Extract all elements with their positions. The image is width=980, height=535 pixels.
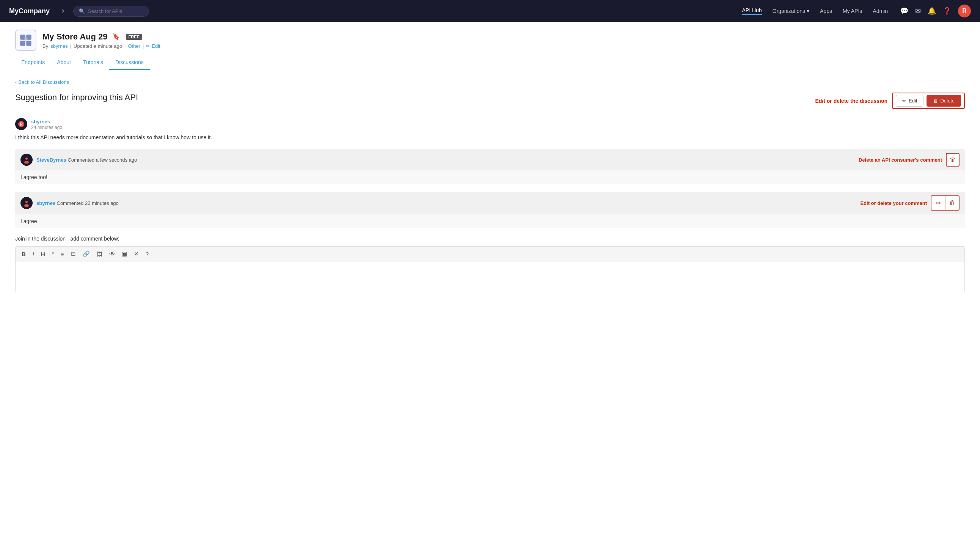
search-bar[interactable]: 🔍	[73, 6, 149, 17]
delete-reply-0-button[interactable]: 🗑	[946, 153, 959, 167]
chevron-down-icon: ▾	[807, 8, 809, 14]
editor-toolbar: B I H “ ≡ ⊟ 🔗 🖼 👁 ▣ ✕ ?	[16, 247, 964, 261]
editor-side-by-side-button[interactable]: ▣	[120, 250, 129, 258]
user-avatar[interactable]: R	[958, 5, 971, 18]
svg-point-11	[25, 201, 28, 203]
brand-logo[interactable]: MyCompany	[9, 7, 50, 15]
reply-avatar-icon-1	[23, 199, 30, 207]
join-discussion-label: Join in the discussion - add comment bel…	[15, 236, 965, 242]
editor-quote-button[interactable]: “	[51, 250, 56, 258]
avatar-icon: R	[18, 120, 25, 128]
api-header: My Store Aug 29 🔖 FREE By sbyrnes | Upda…	[0, 22, 980, 70]
chevron-left-icon: ‹	[15, 79, 17, 85]
reply-author-info-1: sbyrnes Commented 22 minutes ago	[21, 197, 119, 209]
reply-block-0: SteveByrnes Commented a few seconds ago …	[15, 149, 965, 184]
edit-icon: ✏	[902, 98, 907, 103]
api-tabs: Endpoints About Tutorials Discussions	[15, 56, 965, 70]
reply-avatar-0	[21, 154, 33, 166]
reply-author-0[interactable]: SteveByrnes	[37, 157, 66, 163]
reply-block-1: sbyrnes Commented 22 minutes ago Edit or…	[15, 192, 965, 228]
editor-bold-button[interactable]: B	[20, 250, 27, 258]
reply-body-0: I agree too!	[15, 170, 965, 184]
api-author[interactable]: sbyrnes	[51, 43, 68, 49]
nav-link-admin[interactable]: Admin	[873, 8, 888, 14]
separator2: |	[124, 43, 126, 49]
dark-mode-icon[interactable]: ☽	[59, 8, 64, 15]
edit-discussion-button[interactable]: ✏ Edit	[896, 95, 923, 107]
nav-link-api-hub[interactable]: API Hub	[742, 7, 762, 15]
api-edit-link[interactable]: ✏ Edit	[146, 43, 160, 49]
discussion-actions: Edit or delete the discussion ✏ Edit 🗑 D…	[815, 92, 965, 109]
discussion-header: Suggestion for improving this API Edit o…	[15, 92, 965, 109]
nav-link-organizations[interactable]: Organizations ▾	[773, 8, 809, 14]
reply-author-1[interactable]: sbyrnes	[37, 201, 56, 206]
original-comment-author[interactable]: sbyrnes	[31, 119, 50, 124]
back-to-discussions-link[interactable]: ‹ Back to All Discussions	[15, 79, 965, 85]
nav-link-my-apis[interactable]: My APIs	[843, 8, 862, 14]
reply-action-area-0: Delete an API consumer's comment 🗑	[859, 153, 959, 167]
reply-header-0: SteveByrnes Commented a few seconds ago …	[15, 149, 965, 170]
svg-text:R: R	[20, 122, 23, 126]
editor-italic-button[interactable]: I	[31, 250, 36, 258]
edit-delete-actions-box: ✏ Edit 🗑 Delete	[892, 92, 965, 109]
api-updated: Updated a minute ago	[73, 43, 122, 49]
comment-editor: B I H “ ≡ ⊟ 🔗 🖼 👁 ▣ ✕ ?	[15, 246, 965, 292]
original-comment-avatar: R	[15, 118, 27, 130]
editor-fullscreen-button[interactable]: ✕	[132, 250, 140, 258]
editor-ordered-list-button[interactable]: ⊟	[69, 250, 77, 258]
api-category[interactable]: Other	[128, 43, 140, 49]
api-title: My Store Aug 29	[43, 32, 108, 42]
reply-action-area-1: Edit or delete your comment ✏ 🗑	[860, 196, 959, 210]
api-meta: By sbyrnes | Updated a minute ago | Othe…	[43, 43, 161, 49]
page-content: My Store Aug 29 🔖 FREE By sbyrnes | Upda…	[0, 22, 980, 535]
tab-tutorials[interactable]: Tutorials	[77, 56, 109, 70]
free-badge: FREE	[126, 34, 142, 40]
editor-unordered-list-button[interactable]: ≡	[59, 250, 65, 258]
delete-reply-1-button[interactable]: 🗑	[945, 196, 959, 210]
editor-image-button[interactable]: 🖼	[95, 250, 104, 258]
search-icon: 🔍	[79, 8, 85, 14]
svg-rect-2	[21, 41, 25, 46]
svg-point-8	[25, 158, 28, 160]
reply-avatar-icon-0	[23, 156, 30, 164]
delete-consumer-comment-label: Delete an API consumer's comment	[859, 157, 942, 163]
navbar-icons: 💬 ✉ 🔔 ❓ R	[900, 5, 971, 18]
editor-preview-button[interactable]: 👁	[108, 250, 116, 258]
reply-body-1: I agree	[15, 214, 965, 228]
api-title-info: My Store Aug 29 🔖 FREE By sbyrnes | Upda…	[43, 32, 161, 49]
delete-discussion-button[interactable]: 🗑 Delete	[926, 95, 961, 107]
meta-by: By	[43, 43, 48, 49]
original-comment: R sbyrnes 24 minutes ago I think this AP…	[15, 118, 965, 142]
navbar: MyCompany ☽ 🔍 API Hub Organizations ▾ Ap…	[0, 0, 980, 22]
original-comment-author-row: R sbyrnes 24 minutes ago	[15, 118, 965, 130]
edit-delete-own-comment-label: Edit or delete your comment	[860, 201, 927, 206]
editor-link-button[interactable]: 🔗	[81, 250, 91, 258]
search-input[interactable]	[88, 8, 143, 14]
separator3: |	[143, 43, 144, 49]
original-comment-body: I think this API needs more documentatio…	[15, 133, 965, 142]
tab-discussions[interactable]: Discussions	[109, 56, 150, 70]
api-icon	[15, 30, 37, 51]
api-title-row: My Store Aug 29 🔖 FREE By sbyrnes | Upda…	[15, 30, 965, 51]
tab-endpoints[interactable]: Endpoints	[15, 56, 51, 70]
editor-heading-button[interactable]: H	[40, 250, 47, 258]
original-comment-time: 24 minutes ago	[31, 125, 62, 130]
nav-link-apps[interactable]: Apps	[820, 8, 832, 14]
reply-author-info-0: SteveByrnes Commented a few seconds ago	[21, 154, 137, 166]
discussion-title: Suggestion for improving this API	[15, 92, 138, 102]
trash-icon: 🗑	[933, 98, 938, 103]
api-icon-svg	[19, 33, 33, 47]
bookmark-icon[interactable]: 🔖	[112, 33, 120, 40]
tab-about[interactable]: About	[51, 56, 77, 70]
reply-meta-1: sbyrnes Commented 22 minutes ago	[37, 201, 119, 206]
reply-header-1: sbyrnes Commented 22 minutes ago Edit or…	[15, 192, 965, 214]
reply-avatar-1	[21, 197, 33, 209]
help-icon[interactable]: ❓	[943, 7, 951, 15]
edit-reply-1-button[interactable]: ✏	[931, 196, 945, 210]
bell-icon[interactable]: 🔔	[928, 7, 936, 15]
reply-1-action-btns: ✏ 🗑	[931, 196, 959, 210]
comment-input-area[interactable]	[16, 261, 964, 292]
mail-icon[interactable]: ✉	[915, 7, 921, 15]
chat-icon[interactable]: 💬	[900, 7, 908, 15]
editor-help-button[interactable]: ?	[144, 250, 150, 258]
